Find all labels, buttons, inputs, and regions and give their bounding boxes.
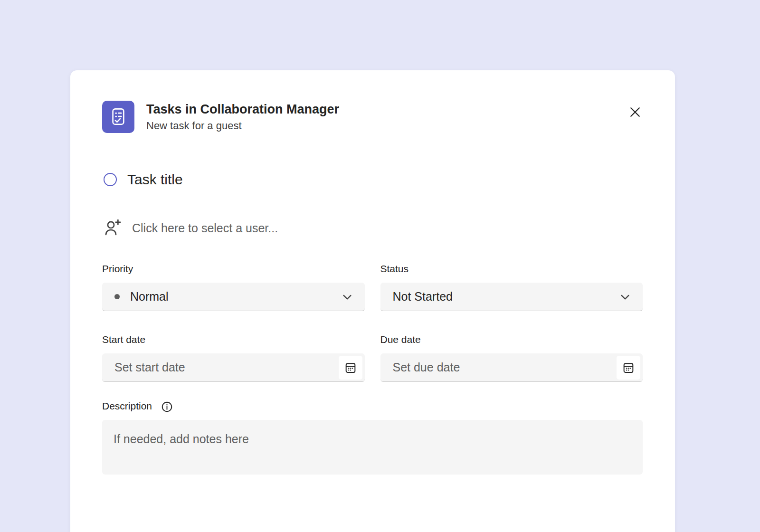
person-add-icon [103,218,123,238]
info-icon [161,400,173,413]
status-field: Status Not Started [380,263,643,311]
description-label: Description [102,400,152,412]
dialog-header-text: Tasks in Collaboration Manager New task … [146,101,339,133]
description-textarea[interactable] [102,420,643,475]
priority-dropdown[interactable]: Normal [102,283,365,311]
priority-selected: Normal [114,290,340,304]
close-icon [628,105,642,119]
status-label: Status [380,263,643,275]
calendar-icon [622,361,635,374]
status-selected: Not Started [393,290,618,304]
priority-dot-icon [114,294,120,299]
start-date-label: Start date [102,333,365,346]
due-date-calendar-button[interactable] [617,356,640,380]
tasks-checklist-icon [108,107,128,127]
tasks-app-icon [102,101,134,133]
chevron-down-icon [340,290,354,304]
close-button[interactable] [626,103,645,122]
complete-task-circle[interactable] [104,173,117,186]
task-title-input[interactable] [127,171,460,188]
due-date-placeholder: Set due date [393,361,633,374]
start-date-calendar-button[interactable] [339,356,362,380]
priority-label: Priority [102,263,365,275]
description-label-row: Description [102,399,643,413]
start-date-input[interactable]: Set start date [102,353,365,382]
start-date-field: Start date Set start date [102,333,365,382]
dialog-header: Tasks in Collaboration Manager New task … [102,101,643,133]
page-background: Tasks in Collaboration Manager New task … [0,0,760,532]
due-date-field: Due date Set due date [380,333,643,382]
status-dropdown[interactable]: Not Started [380,283,643,311]
priority-field: Priority Normal [102,263,365,311]
task-title-row [102,170,643,190]
chevron-down-icon [618,290,632,304]
priority-value: Normal [130,290,169,304]
due-date-label: Due date [380,333,643,346]
fields-grid: Priority Normal Status [102,263,643,382]
assignee-placeholder: Click here to select a user... [132,221,278,235]
dialog-subtitle: New task for a guest [146,119,339,133]
calendar-icon [344,361,357,374]
due-date-input[interactable]: Set due date [380,353,643,382]
status-value: Not Started [393,290,453,304]
dialog-title: Tasks in Collaboration Manager [146,101,339,118]
new-task-dialog: Tasks in Collaboration Manager New task … [70,70,675,532]
start-date-placeholder: Set start date [114,361,354,374]
assignee-selector[interactable]: Click here to select a user... [102,218,643,238]
description-field: Description [102,399,643,475]
